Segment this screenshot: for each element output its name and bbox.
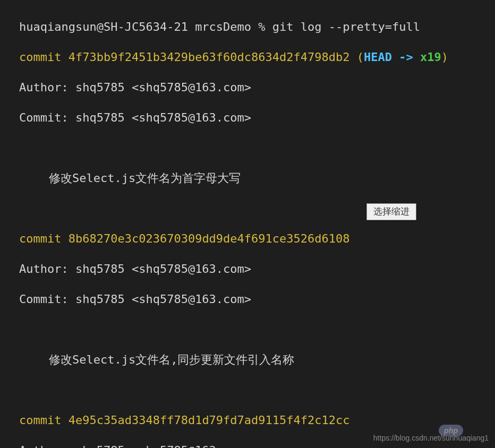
blank-line <box>19 322 495 337</box>
blank-line <box>19 201 495 216</box>
head-ref: HEAD -> <box>364 50 420 64</box>
ref-paren-close: ) <box>441 50 448 64</box>
commit-message: 修改Select.js文件名,同步更新文件引入名称 <box>19 352 495 368</box>
indent-tooltip[interactable]: 选择缩进 <box>366 203 416 220</box>
committer-line: Commit: shq5785 <shq5785@163.com> <box>19 292 495 307</box>
blank-line <box>19 383 495 398</box>
commit-entry: commit 8b68270e3c023670309dd9de4f691ce35… <box>19 231 495 247</box>
ref-paren-open: ( <box>350 50 364 64</box>
commit-hash-line: commit 4e95c35ad3348ff78d1d79fd7ad9115f4… <box>19 413 350 427</box>
commit-hash-line: commit 8b68270e3c023670309dd9de4f691ce35… <box>19 232 350 245</box>
terminal-output[interactable]: huaqiangsun@SH-JC5634-21 mrcsDemo % git … <box>19 4 495 448</box>
commit-entry: commit 4e95c35ad3348ff78d1d79fd7ad9115f4… <box>19 413 495 428</box>
branch-name: x19 <box>420 50 441 64</box>
commit-message: 修改Select.js文件名为首字母大写 <box>19 171 495 186</box>
author-line: Author: shq5785 <shq5785@163.com> <box>19 443 495 448</box>
committer-line: Commit: shq5785 <shq5785@163.com> <box>19 110 495 126</box>
csdn-watermark: https://blog.csdn.net/sunhuaqiang1 <box>373 433 489 443</box>
prompt-line: huaqiangsun@SH-JC5634-21 mrcsDemo % git … <box>19 20 495 35</box>
commit-hash-line: commit 4f73bb9f2451b3429be63f60dc8634d2f… <box>19 50 350 64</box>
author-line: Author: shq5785 <shq5785@163.com> <box>19 262 495 277</box>
author-line: Author: shq5785 <shq5785@163.com> <box>19 80 495 96</box>
blank-line <box>19 141 495 156</box>
commit-entry: commit 4f73bb9f2451b3429be63f60dc8634d2f… <box>19 50 495 65</box>
